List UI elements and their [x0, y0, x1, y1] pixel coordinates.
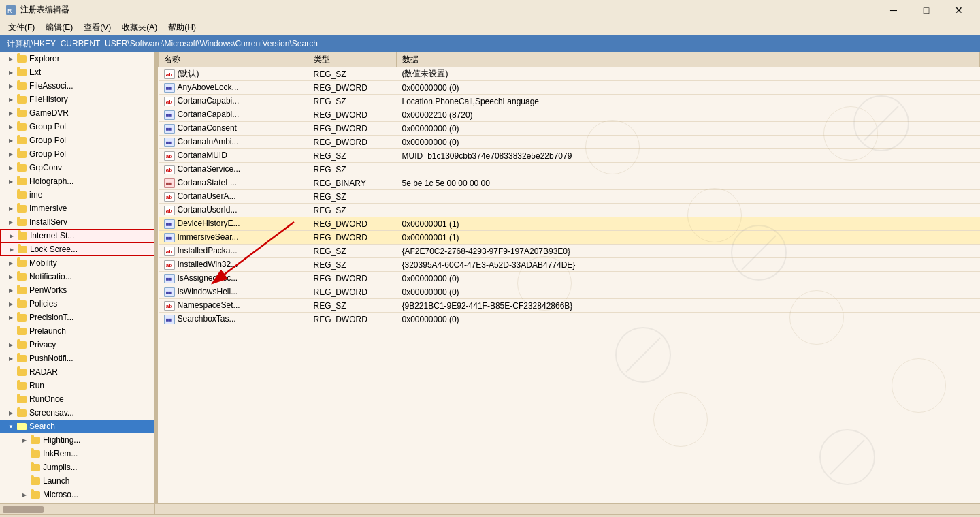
tree-item[interactable]: Jumplis...: [0, 460, 154, 474]
tree-item[interactable]: RADAR: [0, 365, 154, 379]
tree-panel[interactable]: Explorer Ext FileAssoci... FileHistory G…: [0, 52, 155, 503]
tree-item[interactable]: Internet St...: [0, 229, 154, 242]
col-header-data[interactable]: 数据: [397, 52, 980, 67]
tree-item[interactable]: Microso...: [0, 488, 154, 501]
expand-icon[interactable]: [5, 421, 16, 432]
tree-item[interactable]: Mobility: [0, 256, 154, 270]
expand-icon[interactable]: [5, 326, 16, 336]
address-path[interactable]: 计算机\HKEY_CURRENT_USER\Software\Microsoft…: [3, 37, 977, 51]
table-row[interactable]: ■■SearchboxTas...REG_DWORD0x00000000 (0): [159, 313, 980, 326]
tree-item[interactable]: Prelaunch: [0, 324, 154, 338]
expand-icon[interactable]: [5, 339, 16, 350]
expand-icon[interactable]: [6, 230, 17, 241]
tree-item[interactable]: Lock Scree...: [0, 242, 154, 256]
table-row[interactable]: ■■DeviceHistoryE...REG_DWORD0x00000001 (…: [159, 217, 980, 231]
tree-item[interactable]: Explorer: [0, 52, 154, 65]
expand-icon[interactable]: [5, 53, 16, 64]
expand-icon[interactable]: [5, 353, 16, 364]
minimize-button[interactable]: ─: [878, 0, 909, 20]
table-row[interactable]: abInstalledWin32...REG_SZ{320395A4-60C4-…: [159, 258, 980, 272]
expand-icon[interactable]: [19, 489, 30, 500]
menu-file[interactable]: 文件(F): [3, 20, 40, 35]
expand-icon[interactable]: [5, 121, 16, 132]
table-row[interactable]: abCortanaMUIDREG_SZMUID=b1c1309cbb374e70…: [159, 149, 980, 163]
table-row[interactable]: ab(默认)REG_SZ(数值未设置): [159, 67, 980, 81]
tree-item[interactable]: InstallServ: [0, 215, 154, 229]
expand-icon[interactable]: [5, 407, 16, 418]
scroll-thumb[interactable]: [3, 506, 44, 513]
tree-item[interactable]: PrecisionT...: [0, 311, 154, 324]
table-row[interactable]: ■■IsWindowsHell...REG_DWORD0x00000000 (0…: [159, 285, 980, 299]
menu-view[interactable]: 查看(V): [78, 20, 116, 35]
table-row[interactable]: abCortanaCapabi...REG_SZLocation,PhoneCa…: [159, 95, 980, 108]
tree-item-search[interactable]: Search: [0, 420, 154, 433]
table-row[interactable]: ■■AnyAboveLock...REG_DWORD0x00000000 (0): [159, 81, 980, 95]
table-row[interactable]: abCortanaService...REG_SZ: [159, 163, 980, 176]
expand-icon[interactable]: [5, 67, 16, 78]
expand-icon[interactable]: [5, 135, 16, 146]
expand-icon[interactable]: [5, 80, 16, 91]
tree-item[interactable]: PushNotifi...: [0, 351, 154, 365]
tree-item[interactable]: GameDVR: [0, 106, 154, 120]
table-row[interactable]: abCortanaUserId...REG_SZ: [159, 204, 980, 217]
expand-icon[interactable]: [5, 94, 16, 105]
menu-edit[interactable]: 编辑(E): [40, 20, 78, 35]
expand-icon[interactable]: [5, 189, 16, 200]
expand-icon[interactable]: [5, 285, 16, 296]
table-row[interactable]: ■■CortanaInAmbi...REG_DWORD0x00000000 (0…: [159, 136, 980, 149]
expand-icon[interactable]: [6, 244, 17, 255]
expand-icon[interactable]: [5, 203, 16, 214]
expand-icon[interactable]: [5, 148, 16, 159]
expand-icon[interactable]: [5, 217, 16, 228]
expand-icon[interactable]: [5, 271, 16, 282]
col-header-name[interactable]: 名称: [159, 52, 308, 67]
table-row[interactable]: abInstalledPacka...REG_SZ{AF2E70C2-2768-…: [159, 245, 980, 258]
expand-icon[interactable]: [5, 394, 16, 405]
tree-item[interactable]: Run: [0, 379, 154, 392]
menu-favorites[interactable]: 收藏夹(A): [116, 20, 163, 35]
tree-item[interactable]: ime: [0, 188, 154, 202]
tree-item[interactable]: Flighting...: [0, 433, 154, 447]
tree-item[interactable]: Policies: [0, 297, 154, 311]
tree-item[interactable]: GrpConv: [0, 161, 154, 174]
tree-item[interactable]: Notificatio...: [0, 270, 154, 283]
tree-item[interactable]: PenWorks: [0, 283, 154, 297]
expand-icon[interactable]: [5, 312, 16, 323]
expand-icon[interactable]: [5, 380, 16, 391]
tree-item[interactable]: RunOnce: [0, 392, 154, 406]
tree-item[interactable]: Group Pol: [0, 120, 154, 134]
table-row[interactable]: ■■ImmersiveSear...REG_DWORD0x00000001 (1…: [159, 231, 980, 245]
table-row[interactable]: ■■CortanaCapabi...REG_DWORD0x00002210 (8…: [159, 108, 980, 122]
expand-icon[interactable]: [5, 176, 16, 187]
expand-icon[interactable]: [5, 298, 16, 309]
registry-panel[interactable]: 名称 类型 数据 ab(默认)REG_SZ(数值未设置)■■AnyAboveLo…: [158, 52, 980, 503]
col-header-type[interactable]: 类型: [308, 52, 397, 67]
tree-item[interactable]: Group Pol: [0, 147, 154, 161]
tree-item[interactable]: FileHistory: [0, 93, 154, 106]
maximize-button[interactable]: □: [911, 0, 942, 20]
expand-icon[interactable]: [5, 366, 16, 377]
expand-icon[interactable]: [5, 108, 16, 119]
table-row[interactable]: ■■CortanaConsentREG_DWORD0x00000000 (0): [159, 122, 980, 136]
expand-icon[interactable]: [19, 435, 30, 445]
expand-icon[interactable]: [19, 462, 30, 473]
tree-item[interactable]: Launch: [0, 474, 154, 488]
tree-item[interactable]: Group Pol: [0, 134, 154, 147]
tree-item[interactable]: Privacy: [0, 338, 154, 351]
tree-item[interactable]: FileAssoci...: [0, 79, 154, 93]
expand-icon[interactable]: [5, 162, 16, 173]
table-row[interactable]: ■■IsAssignedAcc...REG_DWORD0x00000000 (0…: [159, 272, 980, 285]
table-row[interactable]: ■■CortanaStateL...REG_BINARY5e be 1c 5e …: [159, 176, 980, 190]
expand-icon[interactable]: [19, 448, 30, 459]
tree-item[interactable]: Immersive: [0, 202, 154, 215]
tree-item[interactable]: InkRem...: [0, 447, 154, 460]
close-button[interactable]: ✕: [943, 0, 975, 20]
table-row[interactable]: abNamespaceSet...REG_SZ{9B221BC1-9E92-44…: [159, 299, 980, 313]
tree-item[interactable]: Ext: [0, 65, 154, 79]
expand-icon[interactable]: [5, 257, 16, 268]
table-row[interactable]: abCortanaUserA...REG_SZ: [159, 190, 980, 204]
expand-icon[interactable]: [19, 475, 30, 486]
tree-item[interactable]: Holograph...: [0, 174, 154, 188]
menu-help[interactable]: 帮助(H): [163, 20, 201, 35]
tree-item[interactable]: Screensav...: [0, 406, 154, 420]
